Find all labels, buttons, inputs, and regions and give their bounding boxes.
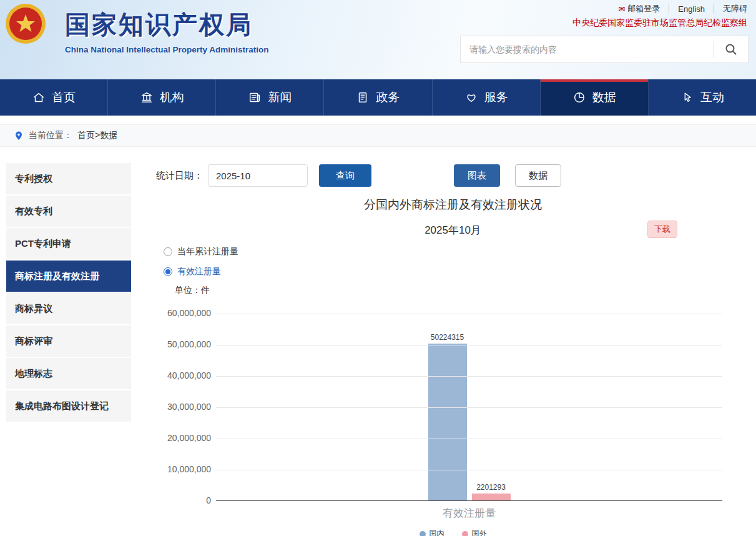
nav-item-news[interactable]: 新闻 — [216, 79, 324, 116]
chart-title: 分国内外商标注册及有效注册状况 — [156, 197, 750, 213]
mail-icon: ✉ — [618, 4, 625, 14]
sidebar-item-patent-grant[interactable]: 专利授权 — [6, 163, 131, 196]
query-button[interactable]: 查询 — [319, 164, 371, 187]
national-emblem-logo — [5, 3, 46, 44]
top-links: ✉ 邮箱登录 English 无障碍 — [618, 3, 747, 14]
mail-login-label: 邮箱登录 — [627, 3, 660, 14]
breadcrumb: 当前位置： 首页>数据 — [0, 124, 756, 147]
search-input[interactable] — [461, 44, 714, 54]
main-nav: 首页 机构 新闻 政务 服务 数据 互动 — [0, 79, 756, 116]
nav-item-service[interactable]: 服务 — [433, 79, 541, 116]
discipline-inspection-banner-link[interactable]: 中央纪委国家监委驻市场监管总局纪检监察组 — [572, 17, 747, 29]
bar-国内 — [428, 344, 467, 500]
data-view-button[interactable]: 数据 — [515, 164, 561, 187]
location-pin-icon — [14, 131, 24, 141]
pie-chart-icon — [572, 91, 586, 104]
nav-item-label: 机构 — [160, 89, 184, 106]
radio-option-annual-cumulative[interactable]: 当年累计注册量 — [164, 246, 750, 257]
bar-国外 — [472, 494, 511, 500]
nav-item-label: 数据 — [592, 89, 616, 106]
mail-login-link[interactable]: ✉ 邮箱登录 — [618, 3, 660, 14]
y-tick-label: 30,000,000 — [167, 402, 211, 412]
nav-item-government[interactable]: 政务 — [324, 79, 432, 116]
legend-item[interactable]: 国外 — [462, 529, 487, 536]
home-icon — [32, 91, 46, 104]
unit-label: 单位：件 — [175, 285, 750, 296]
legend-label: 国内 — [430, 529, 444, 536]
nav-item-interaction[interactable]: 互动 — [649, 79, 756, 116]
legend-label: 国外 — [472, 529, 487, 536]
divider — [714, 4, 714, 13]
sidebar-item-trademark-opposition[interactable]: 商标异议 — [6, 293, 131, 325]
site-subtitle: China National Intellectual Property Adm… — [65, 45, 269, 54]
radio-option-label: 有效注册量 — [177, 266, 221, 277]
gridline — [216, 345, 722, 345]
site-logo-text: 国家知识产权局 China National Intellectual Prop… — [65, 7, 269, 54]
radio-option-valid-registration[interactable]: 有效注册量 — [164, 266, 750, 277]
chart-view-button[interactable]: 图表 — [454, 164, 500, 187]
nav-item-label: 新闻 — [268, 89, 292, 106]
legend-item[interactable]: 国内 — [420, 529, 444, 536]
y-tick-label: 10,000,000 — [167, 464, 211, 474]
accessibility-link[interactable]: 无障碍 — [723, 3, 747, 14]
institution-icon — [140, 91, 154, 104]
nav-item-home[interactable]: 首页 — [0, 79, 108, 116]
site-title: 国家知识产权局 — [65, 7, 269, 42]
sidebar-item-trademark-registration[interactable]: 商标注册及有效注册 — [6, 261, 131, 293]
y-tick-label: 60,000,000 — [167, 308, 211, 318]
bar-value-label: 50224315 — [431, 333, 464, 342]
divider — [669, 4, 669, 13]
search-icon — [724, 42, 738, 56]
radio-selected-icon[interactable] — [164, 267, 172, 276]
y-tick-label: 0 — [206, 495, 211, 505]
news-icon — [248, 91, 262, 104]
sidebar: 专利授权 有效专利 PCT专利申请 商标注册及有效注册 商标异议 商标评审 地理… — [6, 163, 131, 536]
x-category-label: 有效注册量 — [216, 506, 722, 520]
gridline — [216, 439, 722, 439]
gridline — [216, 376, 722, 377]
bar-chart: 60,000,00050,000,00040,000,00030,000,000… — [156, 314, 750, 536]
bar-group: 50224315 — [428, 333, 467, 500]
y-axis: 60,000,00050,000,00040,000,00030,000,000… — [156, 314, 211, 501]
y-tick-label: 40,000,000 — [167, 370, 211, 380]
service-heart-icon — [464, 91, 478, 104]
sidebar-item-geographical-indication[interactable]: 地理标志 — [6, 358, 131, 390]
sidebar-item-pct-application[interactable]: PCT专利申请 — [6, 228, 131, 261]
legend-dot — [420, 531, 426, 536]
y-tick-label: 20,000,000 — [167, 433, 211, 443]
search-button[interactable] — [714, 36, 748, 62]
query-toolbar: 统计日期： 查询 图表 数据 — [156, 163, 750, 188]
chart-legend: 国内国外 — [156, 529, 750, 536]
gridline — [216, 314, 722, 314]
search-box — [460, 36, 749, 63]
radio-unselected-icon[interactable] — [164, 247, 172, 256]
breadcrumb-path[interactable]: 首页>数据 — [77, 130, 117, 141]
radio-option-label: 当年累计注册量 — [177, 246, 238, 257]
nav-item-label: 服务 — [484, 89, 508, 106]
bar-group: 2201293 — [472, 483, 511, 500]
chart-plot: 502243152201293 — [216, 314, 722, 501]
breadcrumb-prefix: 当前位置： — [29, 130, 72, 141]
date-input[interactable] — [208, 164, 308, 187]
nav-item-label: 政务 — [376, 89, 400, 106]
chart-card: 分国内外商标注册及有效注册状况 2025年10月 下载 当年累计注册量 有效注册… — [156, 197, 750, 536]
english-link[interactable]: English — [678, 4, 705, 14]
nav-item-data[interactable]: 数据 — [541, 79, 649, 116]
y-tick-label: 50,000,000 — [167, 339, 211, 349]
government-doc-icon — [356, 91, 370, 104]
gridline — [216, 407, 722, 408]
main-panel: 统计日期： 查询 图表 数据 分国内外商标注册及有效注册状况 2025年10月 … — [131, 147, 756, 536]
date-label: 统计日期： — [156, 170, 203, 182]
content-area: 专利授权 有效专利 PCT专利申请 商标注册及有效注册 商标异议 商标评审 地理… — [0, 147, 756, 536]
nav-item-label: 互动 — [700, 89, 724, 106]
sidebar-item-valid-patent[interactable]: 有效专利 — [6, 196, 131, 228]
nav-item-institution[interactable]: 机构 — [108, 79, 216, 116]
sidebar-item-trademark-review[interactable]: 商标评审 — [6, 325, 131, 358]
sidebar-item-ic-layout-design[interactable]: 集成电路布图设计登记 — [6, 390, 131, 423]
bar-value-label: 2201293 — [476, 483, 506, 492]
download-button[interactable]: 下载 — [647, 221, 677, 238]
gridline — [216, 470, 722, 470]
hand-pointer-icon — [680, 91, 694, 104]
site-header: 国家知识产权局 China National Intellectual Prop… — [0, 0, 756, 79]
legend-dot — [462, 531, 468, 536]
